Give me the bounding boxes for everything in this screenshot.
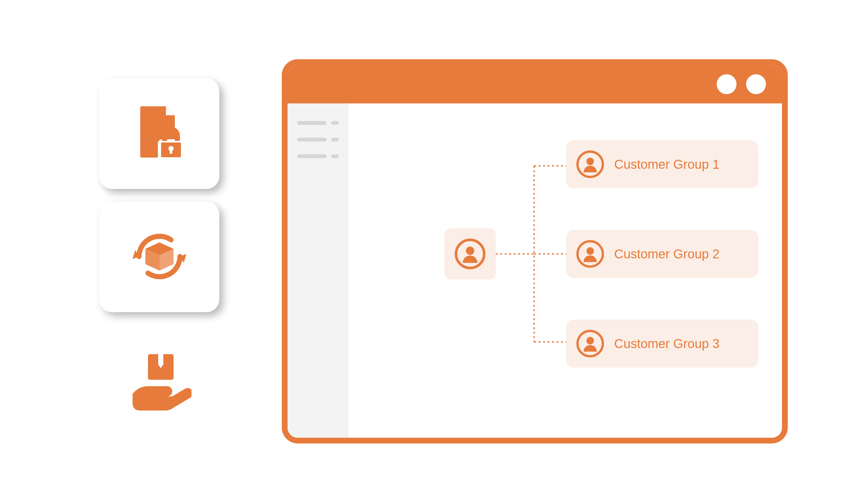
svg-point-7	[466, 247, 474, 255]
file-lock-icon	[127, 101, 191, 166]
connector-lines	[496, 164, 570, 347]
window-control-dot[interactable]	[746, 74, 766, 94]
user-icon	[454, 238, 486, 270]
svg-point-13	[586, 337, 594, 344]
customer-group-node[interactable]: Customer Group 2	[566, 230, 758, 278]
customer-group-label: Customer Group 1	[614, 157, 720, 172]
user-icon	[576, 150, 604, 179]
hand-box-icon	[127, 348, 191, 413]
browser-content: Customer Group 1 Customer Group 2	[348, 103, 782, 438]
browser-titlebar	[288, 65, 782, 103]
browser-window: Customer Group 1 Customer Group 2	[282, 59, 788, 443]
feature-card-file-lock	[99, 78, 220, 189]
user-icon	[576, 240, 604, 268]
placeholder-bar	[297, 154, 327, 158]
customer-group-label: Customer Group 3	[614, 337, 720, 351]
window-control-dot[interactable]	[717, 74, 737, 94]
browser-sidebar	[288, 103, 348, 438]
svg-rect-4	[158, 354, 163, 364]
svg-rect-2	[170, 149, 172, 154]
root-customer-node[interactable]	[445, 228, 496, 279]
feature-card-box-cycle	[99, 202, 220, 312]
svg-point-9	[586, 158, 594, 165]
user-icon	[576, 329, 604, 358]
feature-card-stack	[99, 78, 220, 436]
placeholder-bar	[297, 138, 327, 141]
placeholder-bar	[331, 121, 339, 125]
placeholder-bar	[297, 121, 327, 125]
sidebar-placeholder-row	[297, 138, 339, 141]
customer-group-node[interactable]: Customer Group 1	[566, 140, 758, 188]
customer-group-node[interactable]: Customer Group 3	[566, 319, 758, 368]
sidebar-placeholder-row	[297, 121, 339, 125]
placeholder-bar	[331, 154, 339, 158]
customer-group-label: Customer Group 2	[614, 247, 720, 261]
feature-card-hand-box	[99, 325, 220, 436]
placeholder-bar	[331, 138, 339, 141]
sidebar-placeholder-row	[297, 154, 339, 158]
svg-point-11	[586, 247, 594, 254]
box-cycle-icon	[127, 225, 191, 290]
